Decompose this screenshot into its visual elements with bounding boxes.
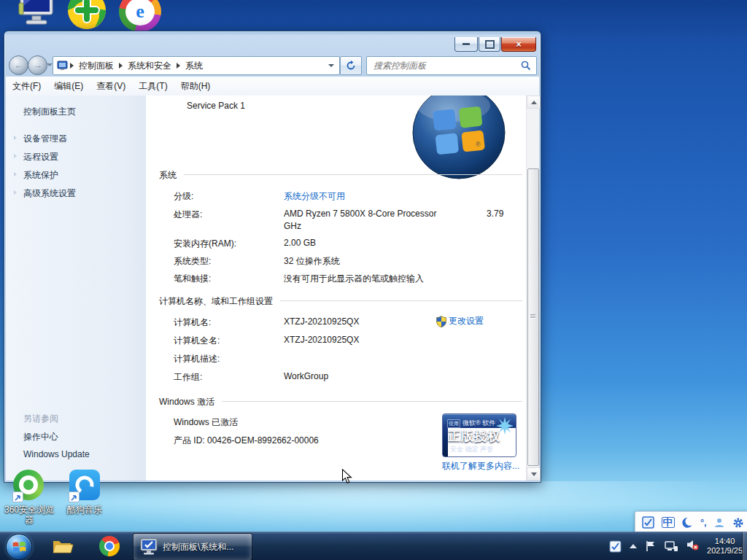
scrollbar-thumb[interactable]	[527, 168, 539, 466]
genuine-star-icon	[495, 416, 514, 436]
taskbar-active-window-button[interactable]: 控制面板\系统和...	[133, 533, 252, 560]
sidebar-item-advanced-settings[interactable]: 高级系统设置	[23, 187, 76, 200]
search-input[interactable]	[372, 60, 521, 71]
scroll-down-button[interactable]	[527, 467, 541, 481]
volume-button[interactable]	[686, 539, 699, 553]
change-settings-label: 更改设置	[449, 315, 484, 327]
sidebar-item-device-manager[interactable]: 设备管理器	[23, 133, 67, 145]
breadcrumb-separator-icon[interactable]	[70, 63, 74, 69]
system-type-label: 系统类型:	[174, 255, 211, 268]
network-icon[interactable]	[665, 540, 678, 552]
taskbar: 控制面板\系统和... 14:40 2021/9/25	[0, 532, 747, 560]
clock-time: 14:40	[707, 537, 743, 546]
sidebar-item-home[interactable]: 控制面板主页	[23, 106, 76, 118]
refresh-button[interactable]	[340, 56, 362, 75]
address-dropdown[interactable]	[328, 64, 334, 67]
search-box	[366, 56, 537, 75]
minimize-button[interactable]	[454, 37, 478, 52]
desktop-shortcut-kugou[interactable]	[69, 470, 100, 500]
address-bar[interactable]: 控制面板 系统和安全 系统	[53, 56, 340, 75]
scroll-up-button[interactable]	[527, 96, 541, 109]
bullet-icon	[14, 136, 17, 140]
show-desktop-button[interactable]	[742, 532, 747, 560]
tray-ime-check-icon[interactable]	[609, 540, 622, 553]
clock-date: 2021/9/25	[707, 546, 743, 556]
shortcut-label[interactable]: 360安全浏览器	[1, 505, 57, 525]
sidebar-item-label: 高级系统设置	[23, 188, 76, 198]
menu-help[interactable]: 帮助(H)	[174, 80, 217, 93]
history-dropdown[interactable]	[47, 63, 53, 66]
cpu-label: 处理器:	[174, 209, 202, 221]
system-window-icon	[139, 538, 158, 556]
section-divider	[222, 401, 522, 402]
desktop-icon-computer[interactable]	[18, 0, 55, 32]
desktop-shortcut-360-browser[interactable]	[13, 470, 44, 500]
shortcut-label[interactable]: 酷狗音乐	[60, 505, 109, 515]
pen-touch-label: 笔和触摸:	[174, 273, 211, 285]
thumb-grip	[530, 314, 535, 319]
breadcrumb-separator-icon[interactable]	[177, 63, 180, 69]
menu-edit[interactable]: 编辑(E)	[47, 80, 90, 93]
360-browser-e-glyph: e	[125, 0, 155, 26]
ime-fullwidth-moon-icon[interactable]	[681, 517, 693, 529]
action-center-flag-icon[interactable]	[645, 540, 657, 552]
breadcrumb-separator-icon[interactable]	[119, 63, 123, 69]
cpu-speed: 3.79	[487, 209, 503, 219]
sidebar-item-remote-settings[interactable]: 远程设置	[23, 151, 58, 163]
section-header-activation: Windows 激活	[159, 396, 522, 408]
full-name-value: XTZJ-20210925QX	[284, 335, 359, 345]
close-button[interactable]: ×	[501, 37, 536, 52]
forward-button[interactable]: →	[28, 55, 47, 75]
desktop-icon-360-safe[interactable]	[66, 0, 108, 35]
desktop-icon-360-browser[interactable]: e	[119, 0, 161, 32]
ram-label: 安装内存(RAM):	[174, 238, 236, 250]
breadcrumb-system-security[interactable]: 系统和安全	[125, 60, 174, 72]
computer-icon	[18, 0, 55, 29]
bullet-icon	[14, 172, 17, 176]
genuine-windows-badge[interactable]: 使用 微软® 软件 正版授权 安全 稳定 声誉	[442, 413, 516, 457]
menu-view[interactable]: 查看(V)	[90, 80, 132, 93]
bullet-icon	[14, 154, 17, 158]
search-icon[interactable]	[521, 61, 531, 71]
show-hidden-icons-button[interactable]	[630, 544, 637, 548]
rating-link[interactable]: 系统分级不可用	[284, 190, 345, 203]
computer-name-value: XTZJ-20210925QX	[284, 316, 359, 327]
breadcrumb-control-panel[interactable]: 控制面板	[76, 60, 117, 72]
maximize-button[interactable]	[479, 37, 500, 52]
system-tray: 14:40 2021/9/25	[609, 532, 743, 560]
sidebar-item-windows-update[interactable]: Windows Update	[23, 449, 90, 459]
ime-user-icon[interactable]	[713, 517, 725, 529]
mouse-cursor	[341, 469, 355, 484]
ime-status-icon[interactable]	[642, 516, 654, 529]
vertical-scrollbar[interactable]	[526, 96, 539, 481]
sidebar-item-label: 远程设置	[23, 152, 58, 162]
system-control-panel-window: × ← → 控制面板 系统和安全 系统 文件(F) 编辑(E)	[4, 31, 541, 483]
service-pack-text: Service Pack 1	[187, 101, 245, 111]
learn-more-link[interactable]: 联机了解更多内容...	[442, 460, 519, 472]
ime-chinese-mode-button[interactable]: 中	[662, 517, 675, 528]
ime-punctuation-button[interactable]: °,	[700, 517, 707, 528]
menu-tools[interactable]: 工具(T)	[132, 80, 174, 93]
taskbar-explorer-button[interactable]	[48, 535, 77, 557]
chrome-icon	[99, 536, 120, 556]
cpu-unit: GHz	[284, 221, 301, 231]
speaker-muted-icon	[686, 539, 699, 551]
back-button[interactable]: ←	[9, 55, 28, 75]
section-divider	[184, 174, 522, 175]
ime-settings-gear-icon[interactable]	[732, 517, 744, 529]
sidebar-item-action-center[interactable]: 操作中心	[23, 431, 58, 443]
taskbar-clock[interactable]: 14:40 2021/9/25	[707, 537, 743, 556]
main-panel: Service Pack 1 ®	[146, 96, 527, 481]
maximize-icon	[485, 40, 495, 49]
ime-toolbar: 中 °,	[635, 511, 747, 534]
change-settings-link[interactable]: 更改设置	[436, 315, 484, 327]
breadcrumb-system[interactable]: 系统	[182, 60, 206, 72]
cpu-name: AMD Ryzen 7 5800X 8-Core Processor	[284, 209, 436, 219]
menu-file[interactable]: 文件(F)	[6, 80, 47, 93]
chevron-down-icon	[328, 64, 334, 67]
menu-bar: 文件(F) 编辑(E) 查看(V) 工具(T) 帮助(H)	[6, 77, 539, 96]
taskbar-chrome-button[interactable]	[95, 535, 124, 557]
start-button[interactable]	[6, 534, 32, 560]
sidebar-item-system-protection[interactable]: 系统保护	[23, 169, 58, 182]
caption-buttons: ×	[454, 37, 536, 52]
